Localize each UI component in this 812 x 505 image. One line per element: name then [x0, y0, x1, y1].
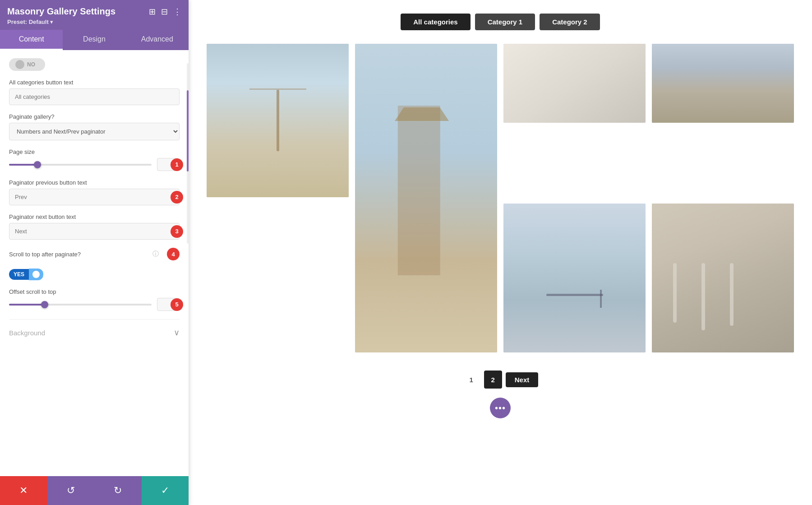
sidebar: Masonry Gallery Settings ⊞ ⊟ ⋮ Preset: D… — [0, 0, 189, 505]
badge-2: 2 — [171, 191, 183, 204]
badge-3: 3 — [171, 225, 183, 238]
undo-icon: ↺ — [67, 485, 75, 496]
offset-scroll-label: Offset scroll to top — [9, 288, 180, 295]
gallery-image-4 — [503, 204, 646, 352]
offset-scroll-row: 100 5 — [9, 298, 180, 311]
yes-label: YES — [9, 269, 29, 280]
gallery-image-3 — [503, 44, 646, 123]
page-size-slider-wrap — [9, 164, 152, 166]
chevron-down-icon: ∨ — [174, 328, 180, 338]
scroll-thumb — [187, 90, 189, 171]
page-size-thumb[interactable] — [34, 161, 41, 168]
offset-thumb[interactable] — [41, 301, 48, 308]
next-btn-input[interactable] — [9, 223, 180, 240]
badge-1: 1 — [171, 158, 183, 171]
offset-track — [9, 304, 152, 306]
expand-icon[interactable]: ⊞ — [149, 7, 156, 17]
more-dots: ••• — [495, 403, 506, 413]
page-2[interactable]: 2 — [484, 371, 502, 389]
cat-category2[interactable]: Category 2 — [540, 14, 600, 30]
redo-icon: ↻ — [114, 485, 122, 496]
cancel-button[interactable]: ✕ — [0, 476, 47, 505]
preset-label: Preset: Default ▾ — [7, 19, 181, 25]
paginate-label: Paginate gallery? — [9, 113, 180, 120]
page-size-row: 6 1 — [9, 158, 180, 171]
prev-btn-label: Paginator previous button text — [9, 179, 180, 186]
more-icon[interactable]: ⋮ — [173, 7, 181, 17]
page-1[interactable]: 1 — [462, 371, 480, 389]
next-page-button[interactable]: Next — [506, 372, 539, 387]
scroll-indicator — [187, 63, 189, 244]
gallery-image-5 — [652, 44, 794, 123]
badge-5: 5 — [171, 298, 183, 311]
toggle-oval — [32, 271, 40, 278]
page-size-track — [9, 164, 152, 166]
tab-design[interactable]: Design — [63, 30, 125, 50]
scroll-top-label: Scroll to top after paginate? — [9, 251, 148, 258]
next-btn-label: Paginator next button text — [9, 213, 180, 220]
redo-button[interactable]: ↻ — [94, 476, 142, 505]
offset-fill — [9, 304, 45, 306]
no-label: NO — [27, 61, 35, 68]
info-icon: ⓘ — [152, 250, 159, 258]
main-content: All categories Category 1 Category 2 — [189, 0, 812, 505]
page-size-fill — [9, 164, 37, 166]
offset-slider-wrap — [9, 304, 152, 306]
yes-toggle[interactable]: YES — [9, 269, 45, 280]
scroll-top-row: Scroll to top after paginate? ⓘ 4 — [9, 248, 180, 260]
background-label: Background — [9, 329, 45, 337]
no-toggle-row: NO — [9, 58, 180, 71]
gallery-grid — [207, 44, 794, 352]
undo-button[interactable]: ↺ — [47, 476, 95, 505]
badge-4: 4 — [167, 248, 180, 260]
toggle-dot — [15, 60, 24, 69]
background-section[interactable]: Background ∨ — [9, 319, 180, 338]
cat-category1[interactable]: Category 1 — [475, 14, 535, 30]
more-options-button[interactable]: ••• — [490, 398, 511, 418]
sidebar-tabs: Content Design Advanced — [0, 30, 189, 50]
yes-switch — [29, 269, 43, 280]
columns-icon[interactable]: ⊟ — [161, 7, 168, 17]
gallery-image-1 — [207, 44, 349, 197]
sidebar-footer: ✕ ↺ ↻ ✓ — [0, 476, 189, 505]
page-size-label: Page size — [9, 148, 180, 155]
no-toggle[interactable]: NO — [9, 58, 45, 71]
cancel-icon: ✕ — [19, 485, 28, 496]
app-title: Masonry Gallery Settings — [7, 6, 115, 17]
cat-all-categories[interactable]: All categories — [401, 14, 470, 30]
paginate-select[interactable]: Numbers and Next/Prev paginator — [9, 123, 180, 140]
pagination: 1 2 Next — [207, 371, 794, 389]
header-icons: ⊞ ⊟ ⋮ — [149, 7, 181, 17]
gallery-image-6 — [652, 204, 794, 352]
sidebar-header: Masonry Gallery Settings ⊞ ⊟ ⋮ Preset: D… — [0, 0, 189, 30]
all-categories-label: All categories button text — [9, 79, 180, 86]
gallery-image-2 — [355, 44, 497, 352]
tab-advanced[interactable]: Advanced — [126, 30, 189, 50]
prev-btn-input[interactable] — [9, 189, 180, 205]
save-icon: ✓ — [161, 485, 169, 496]
all-categories-input[interactable] — [9, 88, 180, 105]
category-bar: All categories Category 1 Category 2 — [207, 14, 794, 30]
sidebar-body: NO All categories button text Paginate g… — [0, 50, 189, 476]
save-button[interactable]: ✓ — [142, 476, 189, 505]
tab-content[interactable]: Content — [0, 30, 63, 50]
